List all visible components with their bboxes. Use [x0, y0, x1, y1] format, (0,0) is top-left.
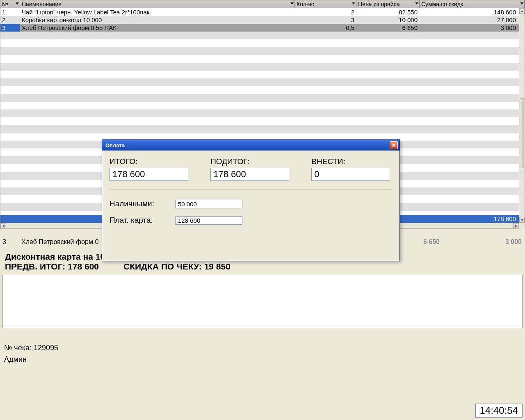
poditog-value[interactable]: 178 600 [210, 168, 289, 181]
dropdown-icon [16, 2, 19, 5]
dropdown-icon [352, 2, 355, 5]
cell-name: Чай "Lipton" черн. Yellow Label Tea 2г*1… [20, 8, 295, 16]
cell-name: Хлеб Петровский форм.0,55 ПАК [20, 24, 295, 32]
cell-sum: 148 600 [420, 8, 519, 16]
dropdown-icon [290, 2, 294, 5]
discount-line: СКИДКА ПО ЧЕКУ: 19 850 [123, 262, 231, 272]
dialog-titlebar[interactable]: Оплата ✕ [102, 140, 399, 151]
cash-label: Наличными: [110, 199, 175, 208]
card-label: Плат. карта: [110, 216, 175, 225]
message-panel [2, 275, 523, 328]
close-button[interactable]: ✕ [390, 141, 398, 149]
dropdown-icon [520, 2, 523, 5]
pre-total-label: ПРЕДВ. ИТОГ: [5, 262, 65, 271]
current-sum: 3 000 [443, 238, 525, 246]
card-input[interactable]: 128 600 [175, 216, 242, 225]
header-num-label: № [2, 1, 8, 7]
table-row[interactable]: 3Хлеб Петровский форм.0,55 ПАК0,56 6503 … [0, 24, 519, 32]
clock: 14:40:54 [475, 404, 523, 418]
receipt-number: 129095 [34, 344, 58, 352]
cell-price: 10 000 [356, 16, 420, 24]
cash-input[interactable]: 50 000 [175, 200, 242, 208]
header-num[interactable]: № [0, 0, 20, 8]
scroll-right-icon[interactable] [513, 223, 519, 229]
table-row[interactable]: 2Коробка картон-копл 10 000310 00027 000 [0, 16, 519, 24]
table-row[interactable]: 1Чай "Lipton" черн. Yellow Label Tea 2г*… [0, 8, 519, 16]
user-line: Админ [4, 354, 58, 365]
header-qty[interactable]: Кол-во [295, 0, 356, 8]
scroll-up-icon[interactable] [519, 8, 525, 14]
itogo-label: ИТОГО: [110, 157, 202, 166]
cell-qty: 3 [295, 16, 356, 24]
cell-sum: 27 000 [420, 16, 519, 24]
table-header-row: № Наименование Кол-во Цена из прайса Сум… [0, 0, 525, 8]
discount-label: СКИДКА ПО ЧЕКУ: [123, 262, 202, 271]
itogo-value[interactable]: 178 600 [110, 168, 188, 181]
cell-name: Коробка картон-копл 10 000 [20, 16, 295, 24]
header-price-label: Цена из прайса [358, 1, 399, 7]
header-sum-label: Сумма со скидк. [421, 1, 465, 7]
receipt-line: № чека: 129095 [4, 342, 58, 354]
vnesti-value[interactable]: 0 [311, 168, 390, 181]
current-num: 3 [0, 238, 20, 246]
header-name-label: Наименование [22, 1, 62, 7]
scrollbar-thumb[interactable] [520, 98, 524, 168]
pre-total-value: 178 600 [68, 262, 99, 271]
grand-total: 178 600 [420, 215, 519, 223]
scroll-left-icon[interactable] [0, 223, 6, 229]
cell-qty: 0,5 [295, 24, 356, 32]
vnesti-label: ВНЕСТИ: [311, 157, 392, 166]
cell-price: 82 550 [356, 8, 420, 16]
scrollbar-corner [519, 223, 525, 229]
pre-total-line: ПРЕДВ. ИТОГ: 178 600 [5, 262, 99, 272]
cell-num: 1 [0, 8, 20, 16]
dialog-title: Оплата [105, 142, 390, 148]
header-qty-label: Кол-во [297, 1, 315, 7]
header-price[interactable]: Цена из прайса [356, 0, 420, 8]
cell-qty: 2 [295, 8, 356, 16]
header-name[interactable]: Наименование [20, 0, 295, 8]
vertical-scrollbar[interactable] [519, 8, 525, 228]
cell-num: 2 [0, 16, 20, 24]
close-icon: ✕ [391, 142, 396, 148]
header-sum[interactable]: Сумма со скидк. [420, 0, 525, 8]
receipt-label: № чека: [4, 344, 32, 352]
dropdown-icon [415, 2, 418, 5]
poditog-label: ПОДИТОГ: [210, 157, 303, 166]
cell-sum: 3 000 [420, 24, 519, 32]
scroll-down-icon[interactable] [519, 217, 525, 223]
cell-price: 6 650 [356, 24, 420, 32]
bottom-info: № чека: 129095 Админ [4, 342, 58, 365]
dialog-body: ИТОГО: 178 600 ПОДИТОГ: 178 600 ВНЕСТИ: … [102, 151, 399, 239]
cell-num: 3 [0, 24, 20, 32]
payment-dialog: Оплата ✕ ИТОГО: 178 600 ПОДИТОГ: 178 600… [102, 139, 400, 261]
discount-value: 19 850 [204, 262, 231, 271]
